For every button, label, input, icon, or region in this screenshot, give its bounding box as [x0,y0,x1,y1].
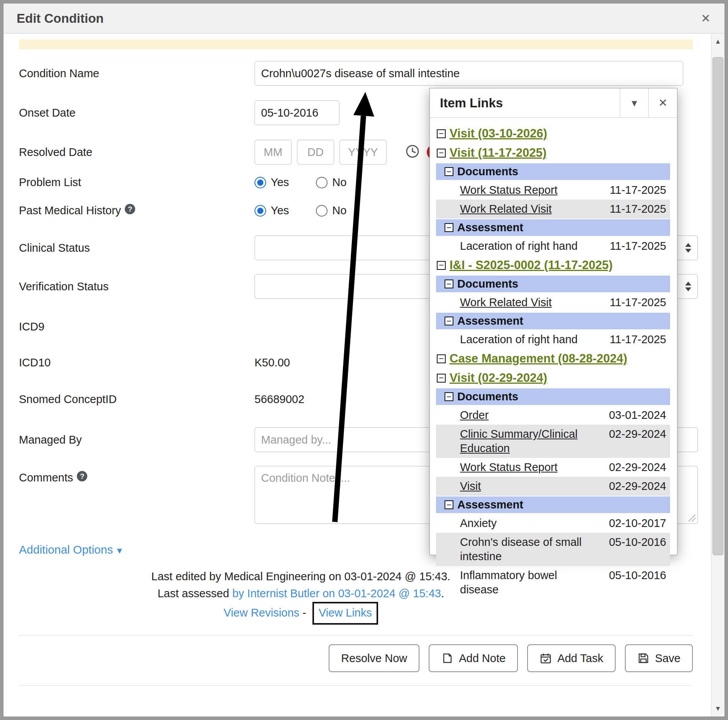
tree-visit-link[interactable]: − Visit (03-10-2026) [434,124,672,143]
tree-document-link[interactable]: Work Status Report [460,460,600,474]
view-revisions-link[interactable]: View Revisions [224,606,299,619]
scroll-up-icon[interactable]: ▲ [711,35,725,49]
tree-visit-link[interactable]: − I&I - S2025-0002 (11-17-2025) [434,256,672,275]
dialog-title: Edit Condition [17,11,104,26]
resolved-month-input[interactable] [255,140,292,164]
add-task-label: Add Task [557,652,603,665]
collapse-icon[interactable]: − [437,261,446,270]
save-button[interactable]: Save [625,644,693,672]
tree-section-header[interactable]: − Assessment [436,496,670,513]
tree-document-link[interactable]: Order [460,408,600,422]
resize-handle[interactable] [689,515,696,522]
alert-strip [19,39,693,49]
collapse-icon[interactable]: − [445,223,453,232]
vertical-scrollbar[interactable]: ▲ ▼ [711,34,725,717]
tree-item-row: Anxiety 02-10-2017 [436,514,670,533]
tree-item-date: 11-17-2025 [600,202,666,216]
condition-name-label: Condition Name [19,67,255,80]
tree-visit-link-label[interactable]: Visit (02-29-2024) [450,371,547,385]
tree-section-label: Documents [457,390,518,403]
pmh-yes-label: Yes [271,204,289,217]
collapse-icon[interactable]: − [445,500,453,509]
tree-document-row: Work Status Report 02-29-2024 [436,458,670,477]
item-links-popup: Item Links ▾ ✕ − Visit (03-10-2026) − Vi… [429,88,677,555]
tree-visit-link-label[interactable]: I&I - S2025-0002 (11-17-2025) [450,258,613,272]
collapse-icon[interactable]: − [437,354,446,363]
clock-icon[interactable] [405,144,420,160]
view-links-link[interactable]: View Links [319,606,372,619]
resolve-now-button[interactable]: Resolve Now [329,644,419,672]
tree-item-date: 02-10-2017 [600,516,666,530]
tree-item-date: 02-29-2024 [600,460,666,474]
item-links-tree: − Visit (03-10-2026) − Visit (11-17-2025… [430,118,677,599]
tree-section-header[interactable]: − Assessment [436,313,670,329]
tree-document-row: Work Status Report 11-17-2025 [436,181,670,200]
tree-item-row: Inflammatory bowel disease 05-10-2016 [436,566,670,599]
tree-document-link[interactable]: Work Related Visit [460,295,600,310]
resolve-now-label: Resolve Now [341,652,407,665]
tree-visit-link-label[interactable]: Case Management (08-28-2024) [450,352,627,366]
item-links-header: Item Links ▾ ✕ [430,88,677,118]
problem-list-yes-label: Yes [271,176,289,189]
collapse-icon[interactable]: − [437,129,446,138]
collapse-icon[interactable]: − [445,280,453,288]
tree-item-date: 05-10-2016 [600,535,666,549]
popup-collapse-button[interactable]: ▾ [620,88,648,117]
divider [19,635,693,636]
tree-section-header[interactable]: − Documents [436,276,670,292]
problem-list-no-radio[interactable] [316,177,328,188]
onset-date-input[interactable] [255,100,339,125]
tree-section-header[interactable]: − Documents [436,388,670,405]
resolved-year-input[interactable] [339,140,387,164]
tree-section-label: Assessment [457,221,523,234]
comments-label: Comments ? [19,471,255,484]
help-icon[interactable]: ? [125,204,135,214]
tree-item-date: 11-17-2025 [600,295,666,310]
pmh-no-radio[interactable] [316,205,328,217]
problem-list-yes-radio[interactable] [255,177,266,188]
resolved-day-input[interactable] [297,140,334,164]
tree-document-row: Work Related Visit 11-17-2025 [436,200,670,219]
tree-document-link[interactable]: Work Status Report [460,183,600,197]
popup-close-button[interactable]: ✕ [648,88,677,117]
tree-item-label: Anxiety [460,516,600,530]
tree-visit-link[interactable]: − Visit (11-17-2025) [434,143,672,163]
pmh-yes-radio[interactable] [255,205,266,217]
snomed-value: 56689002 [255,393,304,406]
tree-item-date: 11-17-2025 [600,332,666,347]
collapse-icon[interactable]: − [445,392,453,401]
save-icon [637,652,650,664]
tree-section-header[interactable]: − Documents [436,163,670,180]
dialog-close-button[interactable]: ✕ [699,11,713,25]
scrollbar-thumb[interactable] [713,57,723,555]
screen: Edit Condition ✕ Condition Name Onset Da… [0,0,728,720]
collapse-icon[interactable]: − [445,167,453,176]
dash-separator: - [302,606,306,619]
add-task-button[interactable]: Add Task [527,644,616,672]
tree-visit-link-label[interactable]: Visit (11-17-2025) [450,146,546,160]
tree-document-link[interactable]: Clinic Summary/Clinical Education [460,427,600,456]
scroll-down-icon[interactable]: ▼ [711,702,725,716]
collapse-icon[interactable]: − [437,374,446,383]
resolved-date-label: Resolved Date [19,146,255,159]
tree-document-link[interactable]: Visit [460,479,600,493]
problem-list-no-label: No [332,176,346,189]
add-note-button[interactable]: Add Note [429,644,518,672]
help-icon[interactable]: ? [77,471,87,481]
last-assessed-link[interactable]: by Internist Butler on 03-01-2024 @ 15:4… [232,587,441,600]
condition-name-row: Condition Name [19,61,693,86]
collapse-icon[interactable]: − [437,149,446,158]
dialog-header: Edit Condition ✕ [3,3,725,34]
past-medical-history-label-text: Past Medical History [19,204,121,217]
condition-name-input[interactable] [255,61,683,86]
action-buttons: Resolve Now Add Note [19,644,693,672]
tree-section-label: Documents [457,278,518,290]
tree-document-link[interactable]: Work Related Visit [460,202,600,216]
tree-item-label: Crohn's disease of small intestine [460,535,600,564]
tree-visit-link[interactable]: − Visit (02-29-2024) [434,368,672,388]
tree-section-header[interactable]: − Assessment [436,219,670,236]
tree-visit-link-label[interactable]: Visit (03-10-2026) [450,127,547,141]
collapse-icon[interactable]: − [445,317,453,325]
managed-by-label: Managed By [19,434,255,446]
tree-visit-link[interactable]: − Case Management (08-28-2024) [434,349,672,368]
